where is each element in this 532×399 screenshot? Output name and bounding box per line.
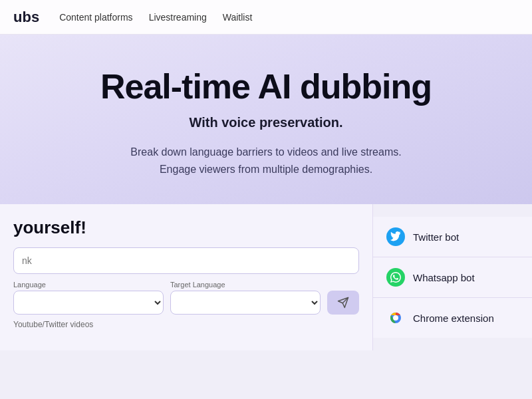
selects-row: Language English Spanish French Target L… xyxy=(13,281,359,315)
target-language-select[interactable]: English Spanish French xyxy=(170,291,321,315)
twitter-bot-label: Twitter bot xyxy=(413,231,459,243)
whatsapp-icon xyxy=(386,268,405,287)
whatsapp-logo-icon xyxy=(390,272,401,283)
navbar: ubs Content platforms Livestreaming Wait… xyxy=(0,0,532,35)
submit-button[interactable] xyxy=(327,291,359,315)
svg-point-3 xyxy=(393,315,398,321)
nav-content-platforms[interactable]: Content platforms xyxy=(59,12,133,23)
hero-title: Real-time AI dubbing xyxy=(13,68,519,106)
chrome-logo-icon xyxy=(386,309,405,327)
chrome-extension-item[interactable]: Chrome extension xyxy=(373,298,532,338)
twitter-bot-item[interactable]: Twitter bot xyxy=(373,217,532,257)
chrome-extension-label: Chrome extension xyxy=(413,313,494,324)
send-icon xyxy=(337,297,349,309)
navbar-logo: ubs xyxy=(13,9,39,26)
try-heading: yourself! xyxy=(13,217,359,238)
chrome-icon xyxy=(386,309,405,327)
bottom-section: yourself! Language English Spanish Frenc… xyxy=(0,204,532,350)
hero-section: Real-time AI dubbing With voice preserva… xyxy=(0,35,532,204)
right-panel: Twitter bot Whatsapp bot xyxy=(372,204,532,350)
source-language-group: Language English Spanish French xyxy=(13,281,164,315)
hero-description: Break down language barriers to videos a… xyxy=(126,144,406,178)
support-label: Youtube/Twitter videos xyxy=(13,320,359,329)
target-language-label: Target Language xyxy=(170,281,321,289)
whatsapp-bot-item[interactable]: Whatsapp bot xyxy=(373,257,532,298)
whatsapp-bot-label: Whatsapp bot xyxy=(413,272,475,283)
left-panel: yourself! Language English Spanish Frenc… xyxy=(0,204,372,350)
nav-livestreaming[interactable]: Livestreaming xyxy=(149,12,207,23)
navbar-links: Content platforms Livestreaming Waitlist xyxy=(59,12,252,23)
url-input[interactable] xyxy=(13,247,359,274)
twitter-icon xyxy=(386,227,405,246)
source-language-label: Language xyxy=(13,281,164,289)
twitter-bird-icon xyxy=(390,231,401,242)
hero-subtitle: With voice preservation. xyxy=(13,115,519,130)
source-language-select[interactable]: English Spanish French xyxy=(13,291,164,315)
nav-waitlist[interactable]: Waitlist xyxy=(223,12,253,23)
target-language-group: Target Language English Spanish French xyxy=(170,281,321,315)
